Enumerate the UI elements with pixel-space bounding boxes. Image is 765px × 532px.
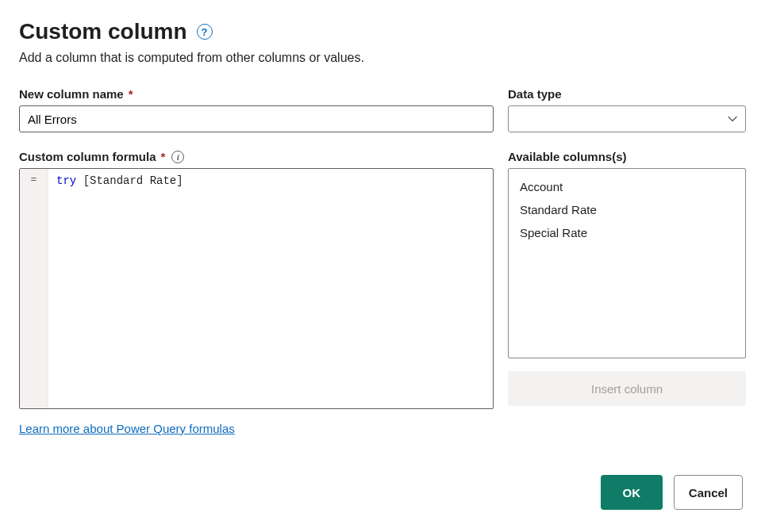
dialog-footer: OK Cancel: [601, 475, 743, 510]
label-text: New column name: [19, 87, 124, 101]
formula-space: [76, 174, 83, 187]
info-icon[interactable]: i: [171, 151, 184, 163]
available-columns-label: Available columns(s): [508, 150, 746, 163]
learn-more-link[interactable]: Learn more about Power Query formulas: [19, 422, 235, 435]
formula-code-area[interactable]: try [Standard Rate]: [48, 169, 493, 408]
available-columns-list[interactable]: Account Standard Rate Special Rate: [508, 168, 746, 358]
formula-bracket-open: [: [83, 174, 90, 187]
insert-column-button[interactable]: Insert column: [508, 371, 746, 406]
required-marker: *: [161, 150, 166, 163]
formula-editor[interactable]: = try [Standard Rate]: [19, 168, 494, 409]
formula-identifier: Standard Rate: [90, 174, 176, 187]
data-type-label: Data type: [508, 87, 746, 101]
cancel-button[interactable]: Cancel: [674, 475, 743, 510]
new-column-name-label: New column name *: [19, 87, 494, 101]
label-text: Available columns(s): [508, 150, 627, 163]
list-item[interactable]: Special Rate: [509, 221, 745, 244]
ok-button[interactable]: OK: [601, 475, 663, 510]
label-text: Custom column formula: [19, 150, 156, 163]
list-item[interactable]: Account: [509, 175, 745, 198]
new-column-name-input[interactable]: [19, 105, 494, 132]
label-text: Data type: [508, 87, 562, 101]
formula-gutter: =: [20, 169, 48, 408]
list-item[interactable]: Standard Rate: [509, 198, 745, 221]
help-icon[interactable]: ?: [197, 24, 213, 40]
dialog-subtitle: Add a column that is computed from other…: [19, 51, 746, 65]
custom-formula-label: Custom column formula * i: [19, 150, 494, 163]
data-type-select[interactable]: [508, 105, 746, 132]
gutter-equals: =: [31, 174, 37, 186]
formula-bracket-close: ]: [176, 174, 183, 187]
dialog-title: Custom column: [19, 19, 187, 44]
formula-keyword: try: [56, 174, 76, 187]
required-marker: *: [129, 87, 133, 101]
